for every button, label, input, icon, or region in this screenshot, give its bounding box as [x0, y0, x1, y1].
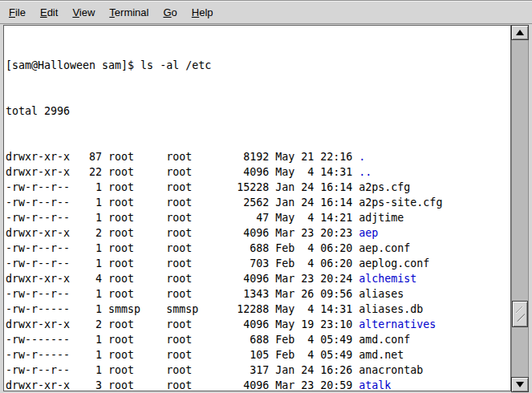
file-row-meta: -rw-r----- 1 root root 105 Feb 4 05:49 — [6, 349, 359, 361]
file-row-meta: -rw-r--r-- 1 root root 688 Feb 4 06:20 — [6, 242, 359, 254]
file-name: aliases.db — [359, 303, 423, 315]
menu-view[interactable]: View — [65, 6, 102, 18]
file-row-meta: drwxr-xr-x 2 root root 4096 May 19 23:10 — [6, 318, 359, 330]
file-name: atalk — [359, 379, 391, 391]
file-row: drwxr-xr-x 87 root root 8192 May 21 22:1… — [6, 149, 510, 164]
file-row: drwxr-xr-x 2 root root 4096 Mar 23 20:23… — [6, 225, 510, 241]
file-name: a2ps-site.cfg — [359, 196, 442, 209]
menu-bar: File Edit View Terminal Go Help — [0, 1, 532, 24]
file-row-meta: -rw-r--r-- 1 root root 1343 Mar 26 09:56 — [6, 288, 359, 300]
scrollbar-thumb[interactable] — [512, 301, 528, 327]
file-row-meta: -rw-r--r-- 1 root root 317 Jan 24 16:26 — [6, 364, 359, 376]
menu-go[interactable]: Go — [156, 6, 184, 18]
menu-terminal[interactable]: Terminal — [102, 6, 156, 18]
file-row: -rw-r----- 1 smmsp smmsp 12288 May 4 14:… — [6, 302, 510, 317]
scrollbar — [511, 25, 529, 392]
file-row-meta: drwxr-xr-x 3 root root 4096 Mar 23 20:59 — [6, 379, 359, 391]
file-row: -rw-r--r-- 1 root root 15228 Jan 24 16:1… — [6, 180, 510, 195]
file-name: amd.net — [359, 349, 404, 361]
scroll-up-button[interactable] — [511, 25, 529, 40]
file-row: -rw-r--r-- 1 root root 1343 Mar 26 09:56… — [6, 286, 510, 302]
file-name: . — [359, 151, 365, 163]
file-name: a2ps.cfg — [359, 181, 410, 193]
file-row: -rw-r----- 1 root root 105 Feb 4 05:49 a… — [6, 347, 510, 363]
file-row-meta: drwxr-xr-x 87 root root 8192 May 21 22:1… — [6, 151, 359, 163]
terminal-window: File Edit View Terminal Go Help [sam@Hal… — [0, 0, 532, 393]
file-name: amd.conf — [359, 334, 410, 346]
file-row-meta: -rw-r--r-- 1 root root 47 May 4 14:21 — [6, 212, 359, 224]
file-row-meta: -rw-r--r-- 1 root root 15228 Jan 24 16:1… — [6, 181, 359, 193]
file-row-meta: -rw------- 1 root root 688 Feb 4 05:49 — [6, 334, 359, 346]
file-row: drwxr-xr-x 4 root root 4096 Mar 23 20:24… — [6, 271, 510, 286]
file-row-meta: -rw-r--r-- 1 root root 703 Feb 4 06:20 — [6, 257, 359, 269]
file-row: drwxr-xr-x 3 root root 4096 Mar 23 20:59… — [6, 378, 510, 391]
menu-file[interactable]: File — [2, 6, 33, 18]
menu-help[interactable]: Help — [185, 6, 221, 18]
scrollbar-trough[interactable] — [511, 40, 529, 377]
file-name: aliases — [359, 288, 404, 300]
file-row-meta: drwxr-xr-x 2 root root 4096 Mar 23 20:23 — [6, 227, 359, 239]
file-listing: drwxr-xr-x 87 root root 8192 May 21 22:1… — [6, 149, 510, 391]
file-name: aeplog.conf — [359, 257, 429, 269]
file-name: adjtime — [359, 212, 404, 224]
file-row: drwxr-xr-x 22 root root 4096 May 4 14:31… — [6, 164, 510, 180]
file-name: .. — [359, 166, 372, 178]
file-row: -rw------- 1 root root 688 Feb 4 05:49 a… — [6, 332, 510, 347]
file-row-meta: drwxr-xr-x 4 root root 4096 Mar 23 20:24 — [6, 273, 359, 285]
terminal-content: [sam@Halloween sam]$ ls -al /etc total 2… — [0, 25, 532, 393]
arrow-up-icon — [516, 30, 524, 35]
file-row: -rw-r--r-- 1 root root 47 May 4 14:21 ad… — [6, 210, 510, 225]
file-row: -rw-r--r-- 1 root root 317 Jan 24 16:26 … — [6, 363, 510, 378]
terminal-viewport[interactable]: [sam@Halloween sam]$ ls -al /etc total 2… — [3, 25, 511, 391]
file-row-meta: -rw-r----- 1 smmsp smmsp 12288 May 4 14:… — [6, 303, 359, 315]
file-name: alternatives — [359, 318, 436, 330]
file-row: -rw-r--r-- 1 root root 703 Feb 4 06:20 a… — [6, 256, 510, 271]
file-name: aep — [359, 227, 378, 239]
arrow-down-icon — [516, 382, 524, 387]
file-name: alchemist — [359, 273, 416, 285]
file-name: anacrontab — [359, 364, 423, 376]
file-row: -rw-r--r-- 1 root root 688 Feb 4 06:20 a… — [6, 241, 510, 256]
file-row: drwxr-xr-x 2 root root 4096 May 19 23:10… — [6, 317, 510, 332]
scroll-down-button[interactable] — [511, 377, 529, 392]
file-name: aep.conf — [359, 242, 410, 254]
prompt-line: [sam@Halloween sam]$ ls -al /etc — [6, 58, 510, 73]
file-row-meta: -rw-r--r-- 1 root root 2562 Jan 24 16:14 — [6, 196, 359, 209]
file-row: -rw-r--r-- 1 root root 2562 Jan 24 16:14… — [6, 195, 510, 210]
menu-edit[interactable]: Edit — [33, 6, 65, 18]
total-line: total 2996 — [6, 103, 510, 119]
file-row-meta: drwxr-xr-x 22 root root 4096 May 4 14:31 — [6, 166, 359, 178]
